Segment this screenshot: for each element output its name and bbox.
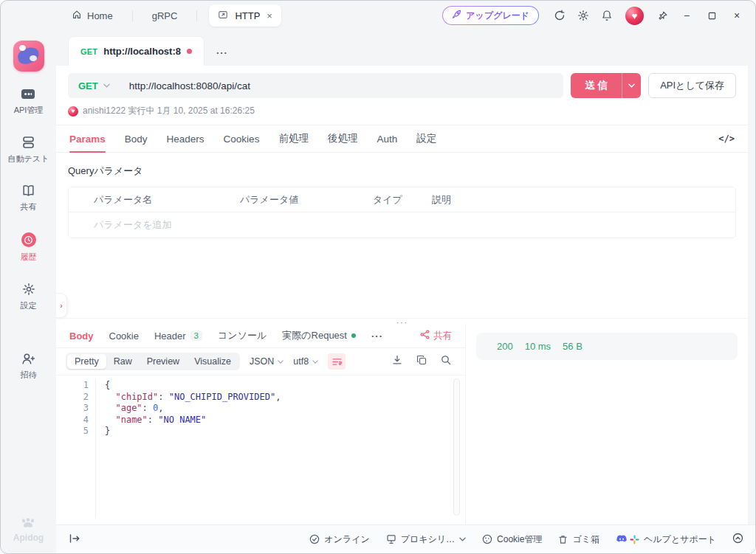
project-logo[interactable] <box>13 41 44 72</box>
send-button[interactable]: 送 信 <box>571 73 641 98</box>
response-body-editor[interactable]: 1 { 2 "chipId": "NO_CHIPID_PROVIDED", 3 … <box>56 375 465 524</box>
tab-params[interactable]: Params <box>69 125 106 152</box>
col-param-name: パラメータ名 <box>94 193 240 207</box>
unsaved-dot <box>187 49 192 54</box>
encoding-dropdown[interactable]: utf8 <box>293 356 318 367</box>
url-input[interactable]: GET http://localhost:8080/api/cat <box>68 73 563 98</box>
save-as-api-button[interactable]: APIとして保存 <box>648 73 736 98</box>
copy-icon[interactable] <box>416 355 427 368</box>
sidebar-item-label: 設定 <box>21 300 37 311</box>
proxy-menu[interactable]: プロキシリ… <box>386 533 466 546</box>
mode-visualize[interactable]: Visualize <box>187 354 238 369</box>
maximize-button[interactable] <box>702 6 721 25</box>
user-avatar[interactable]: ♥ <box>625 7 644 25</box>
upgrade-button[interactable]: アップグレード <box>442 6 539 25</box>
sidebar-item-label: 履歴 <box>21 252 37 263</box>
sidebar-item-auto-test[interactable]: 自動テスト <box>8 136 49 165</box>
more-response-tabs-button[interactable]: ··· <box>371 330 383 342</box>
tab-response-header-label: Header <box>154 330 186 342</box>
tab-settings[interactable]: 設定 <box>416 125 436 152</box>
book-icon <box>21 184 35 197</box>
tab-response-header[interactable]: Header 3 <box>154 330 202 342</box>
send-options-chevron-icon[interactable] <box>622 73 641 98</box>
sidebar-item-label: 共有 <box>21 201 37 212</box>
gear-icon[interactable] <box>574 6 593 25</box>
sidebar-item-label: 招待 <box>21 370 37 381</box>
tab-grpc[interactable]: gRPC <box>145 10 185 21</box>
tab-response-cookie[interactable]: Cookie <box>109 330 139 342</box>
table-header-row: パラメータ名 パラメータ値 タイプ 説明 <box>69 187 735 212</box>
mode-pretty[interactable]: Pretty <box>67 354 106 369</box>
api-box-icon <box>21 88 35 100</box>
col-description: 説明 <box>432 193 735 207</box>
tab-home[interactable]: Home <box>64 10 120 22</box>
tab-auth[interactable]: Auth <box>377 125 397 152</box>
chevron-down-icon <box>278 360 284 364</box>
cookie-icon <box>482 534 492 544</box>
proxy-label: プロキシリ… <box>401 533 455 546</box>
url-value: http://localhost:8080/api/cat <box>129 80 250 91</box>
close-tab-icon[interactable]: × <box>267 11 272 21</box>
cookie-manager[interactable]: Cookie管理 <box>482 533 542 546</box>
status-bar: オンライン プロキシリ… Cookie管理 ゴミ箱 ヘルプとサポート <box>56 524 755 553</box>
sidebar-item-history[interactable]: 履歴 <box>21 232 37 263</box>
mode-preview[interactable]: Preview <box>140 354 187 369</box>
query-params-title: Queryパラメータ <box>68 165 736 178</box>
tab-actual-request[interactable]: 実際のRequest <box>282 329 356 342</box>
response-status-box: 200 10 ms 56 B <box>476 333 738 360</box>
proxy-icon <box>386 534 396 544</box>
window-arrow-icon <box>218 10 228 22</box>
document-tab[interactable]: GET http://localhost:8 <box>68 36 205 66</box>
tab-response-body[interactable]: Body <box>69 330 94 342</box>
more-tabs-button[interactable]: ··· <box>216 47 228 58</box>
word-wrap-toggle[interactable] <box>328 353 346 370</box>
refresh-icon[interactable] <box>550 6 569 25</box>
tab-http[interactable]: HTTP × <box>209 4 281 27</box>
tab-headers[interactable]: Headers <box>167 125 205 152</box>
tab-console[interactable]: コンソール <box>218 329 267 342</box>
tab-grpc-label: gRPC <box>152 10 178 21</box>
sidebar-item-settings[interactable]: 設定 <box>21 283 37 311</box>
trash-icon <box>558 535 568 544</box>
header-count-badge: 3 <box>190 330 202 341</box>
method-dropdown[interactable]: GET <box>78 80 98 91</box>
tab-cookies[interactable]: Cookies <box>224 125 260 152</box>
divider <box>132 10 133 21</box>
shortcut-circle-icon[interactable] <box>732 533 743 546</box>
tab-pre-processors[interactable]: 前処理 <box>278 125 309 152</box>
format-dropdown[interactable]: JSON <box>250 356 284 367</box>
tab-body[interactable]: Body <box>125 125 148 152</box>
tab-post-processors[interactable]: 後処理 <box>328 125 358 152</box>
pin-icon[interactable] <box>653 6 672 25</box>
add-param-placeholder[interactable]: パラメータを追加 <box>94 218 240 232</box>
sidebar-item-share[interactable]: 共有 <box>21 184 37 212</box>
sidebar: API管理 自動テスト 共有 履歴 <box>1 30 56 553</box>
download-icon[interactable] <box>392 355 402 368</box>
online-status[interactable]: オンライン <box>309 533 369 546</box>
response-toolbar: Pretty Raw Preview Visualize JSON utf8 <box>56 348 465 375</box>
trash-bin[interactable]: ゴミ箱 <box>558 533 599 546</box>
share-button[interactable]: 共有 <box>420 330 452 342</box>
search-icon[interactable] <box>441 355 451 368</box>
response-size: 56 B <box>563 341 583 352</box>
help-support[interactable]: ヘルプとサポート <box>616 533 716 546</box>
response-tool-icons <box>392 355 456 368</box>
bell-icon[interactable] <box>597 6 616 25</box>
stacked-layers-icon <box>21 136 35 149</box>
add-param-row[interactable]: パラメータを追加 <box>69 212 735 238</box>
sidebar-item-api-management[interactable]: API管理 <box>14 88 44 116</box>
mode-raw[interactable]: Raw <box>106 354 140 369</box>
minimize-button[interactable]: − <box>677 6 696 25</box>
code-view-icon[interactable]: </> <box>718 134 735 144</box>
close-window-button[interactable]: × <box>727 6 746 25</box>
send-label[interactable]: 送 信 <box>571 73 622 98</box>
titlebar-actions: アップグレード ♥ − × <box>442 6 749 25</box>
expand-sidebar-icon[interactable] <box>69 534 80 545</box>
document-tab-title: http://localhost:8 <box>103 46 181 57</box>
line-number: 4 <box>56 415 89 426</box>
document-tab-row: GET http://localhost:8 ··· <box>56 30 748 66</box>
help-label: ヘルプとサポート <box>644 533 716 546</box>
editor-scrollbar[interactable] <box>453 378 460 516</box>
sidebar-item-invite[interactable]: 招待 <box>21 353 37 381</box>
expand-panel-handle[interactable]: › <box>56 293 67 318</box>
